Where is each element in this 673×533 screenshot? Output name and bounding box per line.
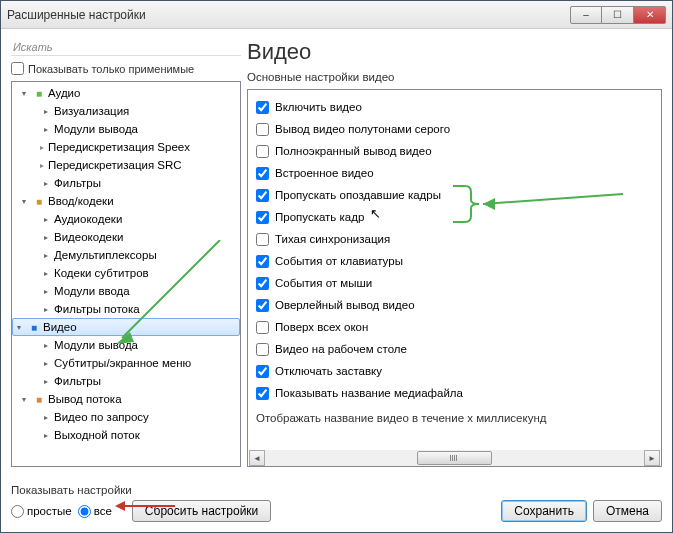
tree-node[interactable]: ▸Выходной поток [12, 426, 240, 444]
option-checkbox[interactable] [256, 387, 269, 400]
option-row[interactable]: Тихая синхронизация [256, 228, 653, 250]
option-row[interactable]: Пропускать кадр [256, 206, 653, 228]
option-row[interactable]: Полноэкранный вывод видео [256, 140, 653, 162]
minimize-button[interactable]: – [570, 6, 602, 24]
left-panel: Искать Показывать только применимые ▾■Ау… [11, 39, 241, 467]
scroll-left-button[interactable]: ◄ [249, 450, 265, 466]
scroll-thumb[interactable] [417, 451, 493, 465]
expand-icon[interactable]: ▸ [40, 213, 52, 225]
save-button[interactable]: Сохранить [501, 500, 587, 522]
option-checkbox[interactable] [256, 233, 269, 246]
collapse-icon[interactable]: ▾ [18, 87, 30, 99]
option-label: Показывать название медиафайла [275, 387, 463, 399]
expand-icon[interactable]: ▸ [40, 231, 52, 243]
cancel-button[interactable]: Отмена [593, 500, 662, 522]
expand-icon[interactable]: ▸ [40, 105, 52, 117]
expand-icon[interactable]: ▸ [40, 267, 52, 279]
search-input[interactable]: Искать [11, 39, 241, 56]
tree-label: Фильтры потока [54, 303, 140, 315]
tree-node[interactable]: ▸Фильтры потока [12, 300, 240, 318]
tree-node[interactable]: ▸Модули вывода [12, 120, 240, 138]
tree-node[interactable]: ▾■Ввод/кодеки [12, 192, 240, 210]
option-row[interactable]: События от мыши [256, 272, 653, 294]
reset-button[interactable]: Сбросить настройки [132, 500, 271, 522]
settings-tree[interactable]: ▾■Аудио▸Визуализация▸Модули вывода▸Перед… [11, 81, 241, 467]
right-panel: Видео Основные настройки видео Включить … [247, 39, 662, 467]
option-row[interactable]: Пропускать опоздавшие кадры [256, 184, 653, 206]
show-all-radio[interactable]: все [78, 505, 112, 518]
scroll-right-button[interactable]: ► [644, 450, 660, 466]
expand-icon[interactable]: ▸ [40, 303, 52, 315]
expand-icon[interactable]: ▸ [40, 177, 52, 189]
option-checkbox[interactable] [256, 365, 269, 378]
tree-node[interactable]: ▸Видеокодеки [12, 228, 240, 246]
tree-node[interactable]: ▸Передискретизация Speex [12, 138, 240, 156]
option-checkbox[interactable] [256, 123, 269, 136]
tree-node[interactable]: ▸Демультиплексоры [12, 246, 240, 264]
expand-icon[interactable]: ▸ [40, 339, 52, 351]
tree-node[interactable]: ▾■Видео [12, 318, 240, 336]
expand-icon[interactable]: ▸ [40, 429, 52, 441]
option-row[interactable]: Вывод видео полутонами серого [256, 118, 653, 140]
collapse-icon[interactable]: ▾ [18, 393, 30, 405]
tree-node[interactable]: ▾■Вывод потока [12, 390, 240, 408]
option-row[interactable]: Оверлейный вывод видео [256, 294, 653, 316]
close-button[interactable]: ✕ [634, 6, 666, 24]
tree-node[interactable]: ▸Фильтры [12, 372, 240, 390]
collapse-icon[interactable]: ▾ [13, 321, 25, 333]
tree-node[interactable]: ▸Фильтры [12, 174, 240, 192]
option-checkbox[interactable] [256, 101, 269, 114]
option-checkbox[interactable] [256, 145, 269, 158]
option-label: События от мыши [275, 277, 372, 289]
option-checkbox[interactable] [256, 211, 269, 224]
collapse-icon[interactable]: ▾ [18, 195, 30, 207]
option-row[interactable]: Включить видео [256, 96, 653, 118]
only-applicable-checkbox[interactable]: Показывать только применимые [11, 60, 241, 77]
tree-node[interactable]: ▸Аудиокодеки [12, 210, 240, 228]
expand-icon[interactable]: ▸ [40, 375, 52, 387]
tree-node[interactable]: ▸Модули ввода [12, 282, 240, 300]
option-row[interactable]: Отключать заставку [256, 360, 653, 382]
expand-icon[interactable]: ▸ [40, 357, 52, 369]
tree-node[interactable]: ▸Видео по запросу [12, 408, 240, 426]
category-icon: ■ [32, 88, 46, 99]
option-row[interactable]: Видео на рабочем столе [256, 338, 653, 360]
only-applicable-input[interactable] [11, 62, 24, 75]
option-checkbox[interactable] [256, 277, 269, 290]
maximize-button[interactable]: ☐ [602, 6, 634, 24]
only-applicable-label: Показывать только применимые [28, 63, 194, 75]
option-row[interactable]: Поверх всех окон [256, 316, 653, 338]
option-checkbox[interactable] [256, 343, 269, 356]
scroll-track[interactable] [265, 450, 644, 466]
expand-icon[interactable]: ▸ [40, 411, 52, 423]
show-simple-radio[interactable]: простые [11, 505, 72, 518]
horizontal-scrollbar[interactable]: ◄ ► [249, 450, 660, 466]
expand-icon[interactable]: ▸ [40, 285, 52, 297]
option-row[interactable]: Показывать название медиафайла [256, 382, 653, 404]
tree-label: Аудиокодеки [54, 213, 122, 225]
tree-node[interactable]: ▸Передискретизация SRC [12, 156, 240, 174]
option-checkbox[interactable] [256, 321, 269, 334]
tree-node[interactable]: ▸Визуализация [12, 102, 240, 120]
tree-label: Модули вывода [54, 123, 138, 135]
option-label: Поверх всех окон [275, 321, 368, 333]
option-label: Оверлейный вывод видео [275, 299, 415, 311]
show-simple-input[interactable] [11, 505, 24, 518]
tree-node[interactable]: ▸Кодеки субтитров [12, 264, 240, 282]
option-checkbox[interactable] [256, 167, 269, 180]
show-all-input[interactable] [78, 505, 91, 518]
tree-node[interactable]: ▾■Аудио [12, 84, 240, 102]
tree-node[interactable]: ▸Субтитры/экранное меню [12, 354, 240, 372]
option-row[interactable]: Встроенное видео [256, 162, 653, 184]
tree-label: Демультиплексоры [54, 249, 157, 261]
option-label: Включить видео [275, 101, 362, 113]
option-checkbox[interactable] [256, 189, 269, 202]
option-checkbox[interactable] [256, 255, 269, 268]
chevron-right-icon: ▸ [40, 161, 44, 170]
expand-icon[interactable]: ▸ [40, 123, 52, 135]
option-row[interactable]: События от клавиатуры [256, 250, 653, 272]
option-label: Полноэкранный вывод видео [275, 145, 432, 157]
expand-icon[interactable]: ▸ [40, 249, 52, 261]
option-checkbox[interactable] [256, 299, 269, 312]
tree-node[interactable]: ▸Модули вывода [12, 336, 240, 354]
